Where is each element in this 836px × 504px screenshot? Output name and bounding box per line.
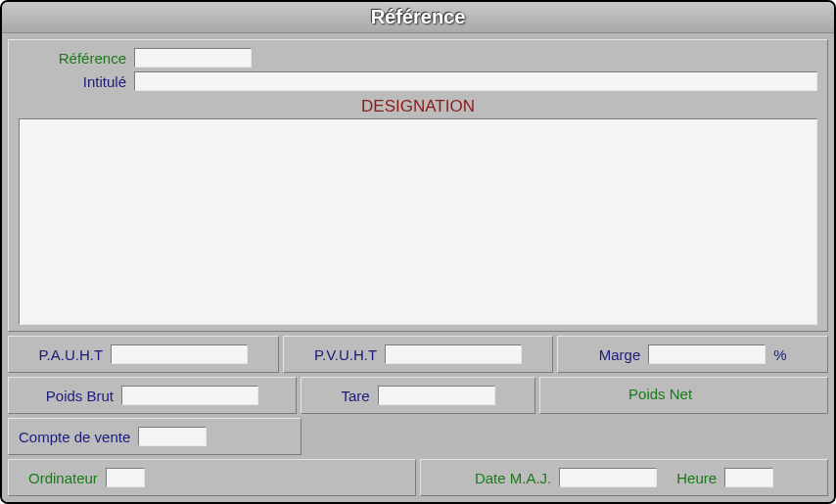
poids-net-label: Poids Net: [628, 386, 692, 402]
pvuht-label: P.V.U.H.T: [314, 346, 377, 363]
meta-row: Ordinateur Date M.A.J. Heure: [8, 459, 828, 496]
designation-legend: DESIGNATION: [351, 97, 485, 116]
marge-label: Marge: [599, 346, 641, 363]
tare-panel: Tare: [301, 377, 535, 414]
marge-input[interactable]: [648, 344, 766, 364]
pvuht-input[interactable]: [385, 344, 522, 364]
date-maj-panel: Date M.A.J. Heure: [420, 459, 828, 496]
compte-vente-label: Compte de vente: [19, 429, 130, 445]
pauht-input[interactable]: [111, 344, 248, 364]
compte-vente-panel: Compte de vente: [8, 418, 302, 455]
intitule-row: Intitulé: [19, 69, 817, 93]
date-maj-label: Date M.A.J.: [475, 470, 551, 486]
poids-brut-label: Poids Brut: [46, 388, 114, 404]
tare-input[interactable]: [378, 386, 495, 405]
ordinateur-panel: Ordinateur: [8, 459, 416, 496]
reference-window: Référence Référence Intitulé DESIGNATION…: [0, 0, 836, 504]
designation-textarea[interactable]: [19, 118, 817, 325]
pauht-label: P.A.U.H.T: [39, 346, 104, 363]
reference-label: Référence: [19, 50, 126, 67]
poids-net-panel: Poids Net: [539, 377, 828, 414]
date-maj-input[interactable]: [559, 468, 657, 487]
prices-row: P.A.U.H.T P.V.U.H.T Marge %: [8, 336, 828, 373]
ordinateur-label: Ordinateur: [28, 470, 98, 486]
window-title: Référence: [2, 2, 834, 33]
marge-panel: Marge %: [557, 336, 828, 373]
reference-row: Référence: [19, 46, 817, 69]
ordinateur-input[interactable]: [106, 468, 145, 487]
intitule-label: Intitulé: [19, 73, 126, 90]
heure-label: Heure: [676, 470, 717, 486]
window-content: Référence Intitulé DESIGNATION P.A.U.H.T…: [2, 33, 834, 502]
pvuht-panel: P.V.U.H.T: [283, 336, 554, 373]
reference-input[interactable]: [134, 48, 252, 68]
account-spacer: [305, 418, 828, 455]
top-panel: Référence Intitulé DESIGNATION: [8, 39, 828, 332]
poids-brut-panel: Poids Brut: [8, 377, 297, 414]
poids-brut-input[interactable]: [121, 386, 258, 405]
intitule-input[interactable]: [134, 71, 817, 91]
marge-suffix: %: [773, 346, 786, 363]
account-row: Compte de vente: [8, 418, 828, 455]
heure-input[interactable]: [724, 468, 773, 487]
pauht-panel: P.A.U.H.T: [8, 336, 279, 373]
tare-label: Tare: [341, 388, 369, 404]
weights-row: Poids Brut Tare Poids Net: [8, 377, 828, 414]
compte-vente-input[interactable]: [138, 427, 207, 446]
